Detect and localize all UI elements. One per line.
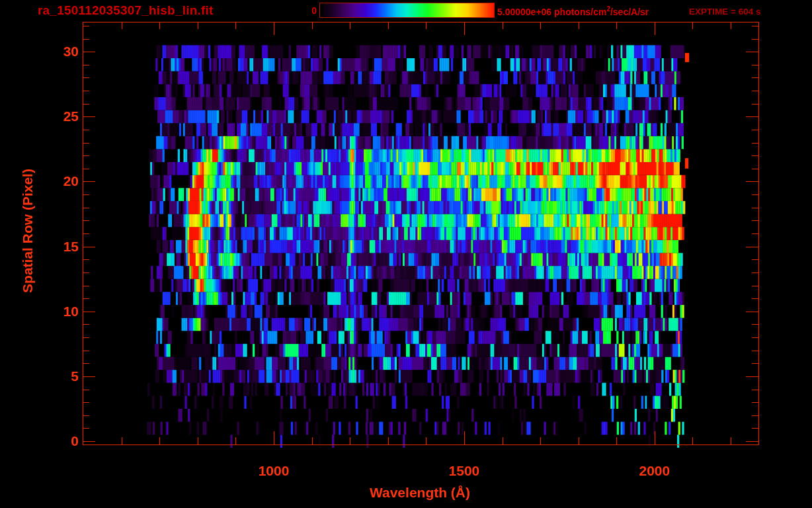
colorbar-min-label: 0 [292,5,317,16]
colorbar-unit-suffix: /sec/A/sr [610,7,649,17]
y-tick-label: 10 [32,304,79,319]
x-axis-title: Wavelength (Å) [288,485,552,501]
spectrogram-plot-window: ra_150112035307_hisb_lin.fit 0 5.00000e+… [0,0,812,508]
colorbar-max-value: 5.00000e+06 photons/cm [497,7,606,17]
exptime-label: EXPTIME = 604 s [689,7,760,17]
colorbar-max-label: 5.00000e+06 photons/cm2/sec/A/sr [497,5,649,17]
y-tick-label: 5 [32,368,79,384]
fits-filename-title: ra_150112035307_hisb_lin.fit [38,3,213,18]
y-tick-label: 15 [32,239,79,255]
y-tick-label: 20 [32,173,79,189]
x-tick-label: 1000 [244,463,304,479]
x-tick-label: 1500 [434,463,494,479]
x-tick-label: 2000 [625,463,684,479]
spectrogram-canvas [0,0,812,508]
y-tick-label: 0 [32,433,79,449]
y-tick-label: 30 [32,44,79,60]
y-axis-title: Spatial Row (Pixel) [20,85,36,376]
y-tick-label: 25 [32,108,79,124]
